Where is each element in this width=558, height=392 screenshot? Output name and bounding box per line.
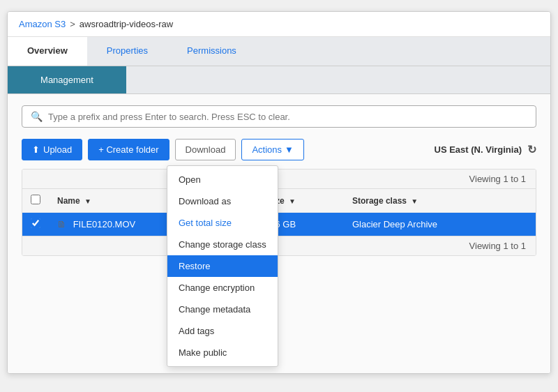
actions-button[interactable]: Actions ▼ [241,139,304,160]
files-table: Name ▼ Size ▼ Storage class ▼ [22,189,536,236]
tab-overview[interactable]: Overview [8,37,87,66]
tab-management[interactable]: Management [8,66,126,93]
breadcrumb-root-link[interactable]: Amazon S3 [19,19,66,29]
refresh-icon[interactable]: ↻ [527,143,536,156]
select-all-checkbox[interactable] [31,195,40,204]
dropdown-item-change-encryption[interactable]: Change encryption [167,277,278,299]
dropdown-item-change-metadata[interactable]: Change metadata [167,299,278,320]
file-icon: 🗎 [57,219,66,229]
viewing-count-top: Viewing 1 to 1 [22,169,536,189]
tab-permissions[interactable]: Permissions [167,37,256,66]
search-bar: 🔍 [22,105,536,128]
header-checkbox-col [22,189,49,213]
download-label: Download [186,144,226,155]
dropdown-item-change-storage-class[interactable]: Change storage class [167,234,278,255]
chevron-down-icon: ▼ [285,144,294,155]
dropdown-item-download-as[interactable]: Download as [167,190,278,212]
breadcrumb-current: awsroadtrip-videos-raw [80,19,173,29]
dropdown-item-make-public[interactable]: Make public [167,342,278,363]
files-table-container: Viewing 1 to 1 Name ▼ Size [22,169,536,256]
content-area: 🔍 ⬆ Upload + Create folder Download Acti… [8,94,550,373]
toolbar: ⬆ Upload + Create folder Download Action… [22,139,536,160]
breadcrumb-separator: > [70,19,75,29]
header-storage-class: Storage class ▼ [344,189,536,213]
size-sort-icon[interactable]: ▼ [289,197,296,205]
search-icon: 🔍 [31,111,43,122]
region-label: US East (N. Virginia) ↻ [435,143,536,156]
name-sort-icon[interactable]: ▼ [84,197,91,205]
dropdown-item-restore[interactable]: Restore [167,255,278,277]
row-checkbox[interactable] [31,218,40,228]
create-folder-button[interactable]: + Create folder [88,139,169,160]
create-folder-label: + Create folder [98,144,158,155]
viewing-count-bottom: Viewing 1 to 1 [22,236,536,255]
storage-class-sort-icon[interactable]: ▼ [411,197,418,205]
actions-dropdown: Open Download as Get total size Change s… [167,165,278,367]
search-input[interactable] [48,112,527,122]
download-button[interactable]: Download [175,139,236,160]
tabs-bar: Overview Properties Permissions [8,37,550,66]
breadcrumb: Amazon S3 > awsroadtrip-videos-raw [8,12,550,37]
table-row[interactable]: 🗎 FILE0120.MOV 2.6 GB Glacier Deep Archi… [22,213,536,236]
tab-properties[interactable]: Properties [87,37,167,66]
table-header-row: Name ▼ Size ▼ Storage class ▼ [22,189,536,213]
row-checkbox-cell [22,213,49,236]
row-filename: FILE0120.MOV [73,219,136,229]
dropdown-item-open[interactable]: Open [167,169,278,190]
dropdown-item-get-total-size[interactable]: Get total size [167,212,278,234]
upload-icon: ⬆ [32,144,40,155]
region-text: US East (N. Virginia) [435,144,522,155]
upload-button[interactable]: ⬆ Upload [22,139,82,160]
actions-label: Actions [252,144,282,155]
row-storage-class-cell: Glacier Deep Archive [344,213,536,236]
dropdown-item-add-tags[interactable]: Add tags [167,320,278,342]
page-wrapper: Amazon S3 > awsroadtrip-videos-raw Overv… [7,11,551,374]
upload-label: Upload [43,144,72,155]
